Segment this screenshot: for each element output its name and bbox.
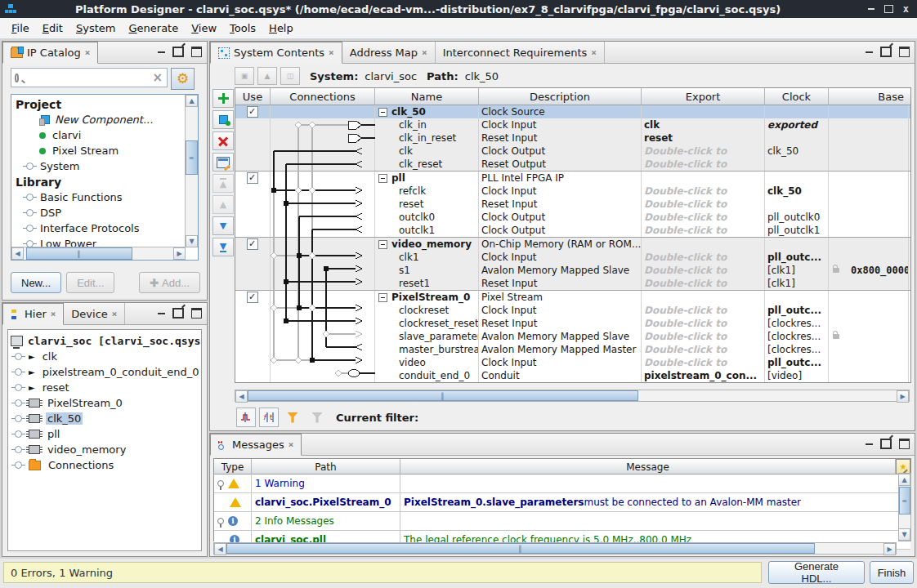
tree-section-library[interactable]: Library <box>11 174 186 189</box>
close-icon[interactable]: × <box>329 47 334 58</box>
tab-device[interactable]: Device × <box>64 303 125 324</box>
export-value[interactable]: Double-click to <box>644 356 727 369</box>
message-row[interactable]: clarvi_soc.PixelStream_0PixelStream_0.sl… <box>214 493 910 512</box>
tree-item-low-power[interactable]: Low Power <box>11 236 186 247</box>
scroll-right-button[interactable]: ▶ <box>173 247 186 260</box>
table-row[interactable]: slave_parametersAvalon Memory Mapped Sla… <box>235 330 910 343</box>
use-checkbox[interactable] <box>247 106 258 118</box>
hier-item-reset[interactable]: ►reset <box>8 380 201 395</box>
edit-button[interactable]: Edit... <box>66 272 114 293</box>
ip-settings-button[interactable]: ⚙ <box>171 68 195 90</box>
lock-icon[interactable] <box>833 268 839 273</box>
table-row[interactable]: outclk0Clock OutputDouble-click topll_ou… <box>235 211 910 224</box>
scroll-thumb[interactable]: ≡ <box>186 140 198 175</box>
export-value[interactable]: Double-click to <box>644 211 727 224</box>
panel-minimize-icon[interactable] <box>866 51 873 53</box>
tab-ip-catalog[interactable]: IP Catalog × <box>2 42 98 64</box>
filter-button[interactable] <box>282 408 303 427</box>
message-row[interactable]: 1 Warning <box>214 474 910 493</box>
tree-section-project[interactable]: Project <box>11 96 186 112</box>
tab-interconnect-requirements[interactable]: Interconnect Requirements × <box>436 42 605 63</box>
tree-item-system[interactable]: System <box>11 158 186 174</box>
scroll-down-button[interactable]: ▼ <box>898 528 910 541</box>
clear-search-icon[interactable]: × <box>152 70 163 85</box>
export-value[interactable]: Double-click to <box>644 343 727 356</box>
export-value[interactable]: Double-click to <box>644 317 727 330</box>
clock-value[interactable]: pll_outclk1 <box>767 224 820 237</box>
table-row[interactable]: reset1Reset InputDouble-click to[clk1] <box>235 277 910 290</box>
menu-generate[interactable]: Generate <box>122 20 185 37</box>
column-header-path[interactable]: Path <box>252 459 400 474</box>
remove-button[interactable] <box>212 131 234 150</box>
move-top-button[interactable]: ▲ <box>212 174 234 193</box>
clock-value[interactable]: pll_outclk0 <box>767 211 820 224</box>
export-value[interactable]: Double-click to <box>644 158 727 171</box>
ip-search-field[interactable]: × <box>11 68 168 87</box>
expander-icon[interactable] <box>15 368 22 376</box>
table-row[interactable]: PixelStream_0Pixel Stream <box>235 290 910 304</box>
hier-item-clk-50[interactable]: clk_50 <box>8 411 201 426</box>
table-row[interactable]: clockresetClock InputDouble-click topll_… <box>235 304 910 317</box>
generate-hdl-button[interactable]: Generate HDL... <box>768 561 865 584</box>
tree-item-clarvi[interactable]: clarvi <box>11 127 186 143</box>
panel-float-icon[interactable] <box>172 47 184 57</box>
expander-icon[interactable] <box>26 209 34 216</box>
table-row[interactable]: s1Avalon Memory Mapped SlaveDouble-click… <box>235 264 910 277</box>
panel-float-icon[interactable] <box>880 47 892 57</box>
close-icon[interactable]: × <box>422 47 427 58</box>
scroll-thumb[interactable]: ║ <box>226 543 815 554</box>
clock-value[interactable]: pll_outc... <box>767 304 821 317</box>
move-up-button[interactable]: ▲ <box>257 67 277 85</box>
table-row[interactable]: clockreset_resetReset InputDouble-click … <box>235 317 910 330</box>
base-address[interactable]: 0x800_0000 <box>851 264 909 277</box>
menu-edit[interactable]: Edit <box>36 20 69 37</box>
table-row[interactable]: pllPLL Intel FPGA IP <box>235 171 910 185</box>
expander-icon[interactable] <box>15 384 22 391</box>
lock-icon[interactable] <box>833 334 839 339</box>
table-row[interactable]: clkClock OutputDouble-click toclk_50 <box>235 145 910 158</box>
hier-item-connections[interactable]: Connections <box>8 457 201 473</box>
table-row[interactable]: videoClock InputDouble-click topll_outc.… <box>235 356 910 369</box>
search-input[interactable] <box>22 71 152 84</box>
scroll-thumb[interactable]: ║ <box>26 247 132 260</box>
expander-icon[interactable] <box>26 225 34 232</box>
tree-item-interface-protocols[interactable]: Interface Protocols <box>11 220 186 236</box>
panel-maximize-icon[interactable] <box>191 308 202 318</box>
clock-value[interactable]: [clockres... <box>767 343 821 356</box>
expander-icon[interactable] <box>26 194 34 201</box>
window-close-icon[interactable]: x <box>903 3 909 15</box>
scroll-right-button[interactable]: ▶ <box>897 390 909 403</box>
hier-root-node[interactable]: clarvi_soc [clarvi_soc.qsys*] <box>8 332 201 349</box>
messages-vscrollbar[interactable]: ▲ ≡ ▼ <box>898 473 911 541</box>
export-value[interactable]: reset <box>644 131 673 145</box>
tab-messages[interactable]: Messages × <box>210 434 302 456</box>
scroll-thumb[interactable]: ≡ <box>899 487 910 514</box>
collapse-icon[interactable] <box>378 174 387 183</box>
table-row[interactable]: clk_in_resetReset Inputreset <box>235 131 910 145</box>
column-header-clock[interactable]: Clock <box>765 88 829 105</box>
table-row[interactable]: clk_inClock Inputclkexported <box>235 118 910 131</box>
window-minimize-icon[interactable] <box>868 8 875 10</box>
panel-minimize-icon[interactable] <box>866 443 873 445</box>
expander-icon[interactable] <box>15 446 22 453</box>
menu-tools[interactable]: Tools <box>223 20 262 37</box>
use-checkbox[interactable] <box>247 238 258 250</box>
column-header-message[interactable]: Message <box>400 459 896 474</box>
menu-help[interactable]: Help <box>262 20 300 37</box>
ip-tree-hscrollbar[interactable]: ◀ ║ ▶ <box>11 247 186 260</box>
scroll-up-button[interactable]: ▲ <box>186 95 198 107</box>
expander-icon[interactable] <box>15 353 22 360</box>
table-row[interactable]: conduit_end_0Conduitpixelstream_0_con...… <box>235 369 910 382</box>
show-interfaces-button[interactable]: f t <box>259 408 279 427</box>
expander-icon[interactable] <box>26 163 34 170</box>
scroll-right-button[interactable]: ▶ <box>883 543 896 555</box>
window-restore-icon[interactable] <box>884 5 893 13</box>
clock-value[interactable]: pll_outc... <box>767 251 821 264</box>
table-row[interactable]: clk_50Clock Source <box>235 105 910 118</box>
column-header-base[interactable]: Base <box>829 88 909 105</box>
hier-item-pixelstream-0-conduit-end-0[interactable]: ►pixelstream_0_conduit_end_0 <box>8 364 201 380</box>
close-icon[interactable]: × <box>591 47 597 58</box>
close-icon[interactable]: × <box>85 47 91 58</box>
clock-value[interactable]: [clockres... <box>767 330 821 343</box>
export-value[interactable]: Double-click to <box>644 264 727 277</box>
